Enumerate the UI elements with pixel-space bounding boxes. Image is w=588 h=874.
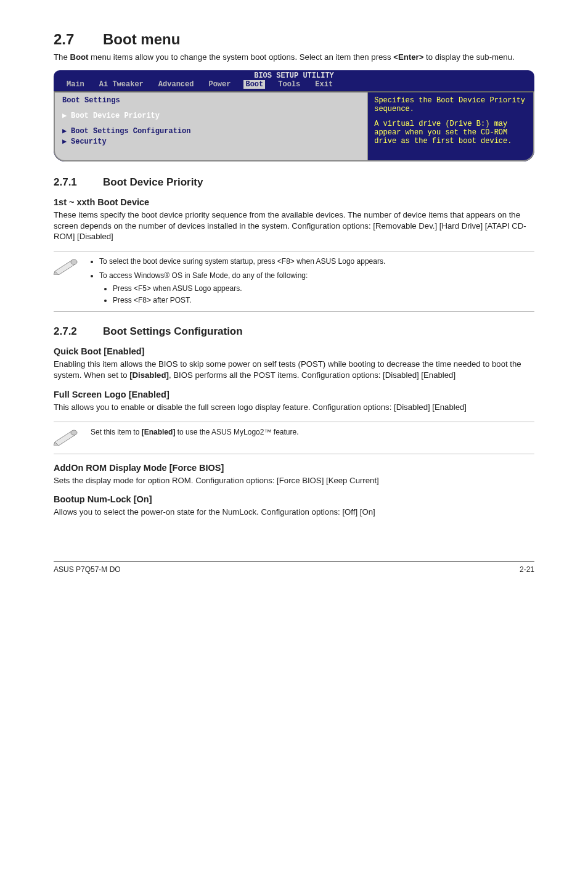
- intro-t3: to display the sub-menu.: [423, 52, 514, 62]
- bios-tab-aitweaker: Ai Tweaker: [97, 80, 145, 89]
- arrow-icon: ▶: [62, 126, 71, 136]
- section-title: Boot menu: [103, 31, 180, 47]
- subsection-heading: 2.7.1Boot Device Priority: [54, 176, 534, 189]
- item-heading-boot-device: 1st ~ xxth Boot Device: [54, 197, 534, 207]
- svg-point-5: [71, 430, 77, 435]
- subsection-number: 2.7.1: [54, 176, 103, 189]
- note-subline-a: Press <F5> when ASUS Logo appears.: [113, 284, 385, 294]
- note2-bold: [Enabled]: [142, 428, 176, 436]
- bios-tab-tools: Tools: [276, 80, 302, 89]
- item-body-boot-device: These items specify the boot device prio…: [54, 210, 534, 242]
- bios-row-label: Security: [71, 137, 107, 146]
- bios-tab-advanced: Advanced: [157, 80, 196, 89]
- section-intro: The Boot menu items allow you to change …: [54, 52, 534, 63]
- note-line-1: To select the boot device suring system …: [99, 256, 385, 267]
- bios-row-security: ▶Security: [62, 137, 360, 146]
- note-block-2: Set this item to [Enabled] to use the AS…: [54, 422, 534, 454]
- arrow-icon: ▶: [62, 137, 71, 146]
- bios-help-panel: Specifies the Boot Device Priority seque…: [368, 92, 533, 160]
- note-block-1: To select the boot device suring system …: [54, 251, 534, 312]
- qb-bold: [Disabled]: [129, 370, 169, 380]
- bios-row-label: Boot Settings Configuration: [71, 127, 190, 136]
- bios-left-panel: Boot Settings ▶Boot Device Priority ▶Boo…: [55, 92, 368, 160]
- footer-right: 2-21: [520, 565, 534, 574]
- note2-t1: Set this item to: [91, 428, 142, 436]
- section-number: 2.7: [54, 31, 103, 48]
- note-line-2: To access Windows® OS in Safe Mode, do a…: [99, 271, 385, 281]
- subsection-title: Boot Settings Configuration: [103, 325, 243, 337]
- bios-tab-power: Power: [206, 80, 232, 89]
- bios-row-boot-settings-config: ▶Boot Settings Configuration: [62, 126, 360, 136]
- page-footer: ASUS P7Q57-M DO 2-21: [54, 561, 534, 574]
- item-heading-quick-boot: Quick Boot [Enabled]: [54, 346, 534, 356]
- bios-row-boot-device-priority: ▶Boot Device Priority: [62, 111, 360, 120]
- subsection-number: 2.7.2: [54, 325, 103, 338]
- intro-b1: Boot: [70, 52, 88, 62]
- note-content: To select the boot device suring system …: [91, 256, 385, 306]
- svg-point-2: [71, 259, 77, 264]
- subsection-title: Boot Device Priority: [103, 176, 203, 188]
- qb-t2: , BIOS performs all the POST items. Conf…: [169, 370, 455, 380]
- item-heading-bootup-numlock: Bootup Num-Lock [On]: [54, 494, 534, 504]
- bios-help-top: Specifies the Boot Device Priority seque…: [374, 96, 527, 113]
- intro-t2: menu items allow you to change the syste…: [88, 52, 393, 62]
- pencil-icon: [54, 256, 80, 278]
- arrow-icon: ▶: [62, 111, 71, 120]
- bios-body: Boot Settings ▶Boot Device Priority ▶Boo…: [54, 91, 534, 161]
- bios-screenshot: BIOS SETUP UTILITY Main Ai Tweaker Advan…: [54, 70, 534, 161]
- bios-tab-exit: Exit: [313, 80, 335, 89]
- intro-b2: <Enter>: [393, 52, 423, 62]
- note2-t2: to use the ASUS MyLogo2™ feature.: [175, 428, 298, 436]
- note-subline-b: Press <F8> after POST.: [113, 295, 385, 306]
- item-heading-addon-rom: AddOn ROM Display Mode [Force BIOS]: [54, 463, 534, 473]
- subsection-heading: 2.7.2Boot Settings Configuration: [54, 325, 534, 338]
- item-body-bootup-numlock: Allows you to select the power-on state …: [54, 507, 534, 518]
- item-body-full-screen-logo: This allows you to enable or disable the…: [54, 402, 534, 413]
- item-heading-full-screen-logo: Full Screen Logo [Enabled]: [54, 390, 534, 399]
- item-body-quick-boot: Enabling this item allows the BIOS to sk…: [54, 359, 534, 381]
- bios-title: BIOS SETUP UTILITY: [54, 70, 534, 80]
- bios-row-label: Boot Device Priority: [71, 112, 160, 120]
- section-heading: 2.7Boot menu: [54, 31, 534, 48]
- bios-help-bottom: A virtual drive (Drive B:) may appear wh…: [374, 120, 527, 145]
- item-body-addon-rom: Sets the display mode for option ROM. Co…: [54, 475, 534, 486]
- note-content: Set this item to [Enabled] to use the AS…: [91, 427, 299, 438]
- pencil-icon: [54, 427, 80, 449]
- bios-tab-boot: Boot: [243, 80, 265, 89]
- bios-left-heading: Boot Settings: [62, 96, 360, 105]
- bios-tab-main: Main: [65, 80, 86, 89]
- footer-left: ASUS P7Q57-M DO: [54, 565, 121, 574]
- intro-t1: The: [54, 52, 70, 62]
- bios-tab-bar: Main Ai Tweaker Advanced Power Boot Tool…: [54, 80, 534, 91]
